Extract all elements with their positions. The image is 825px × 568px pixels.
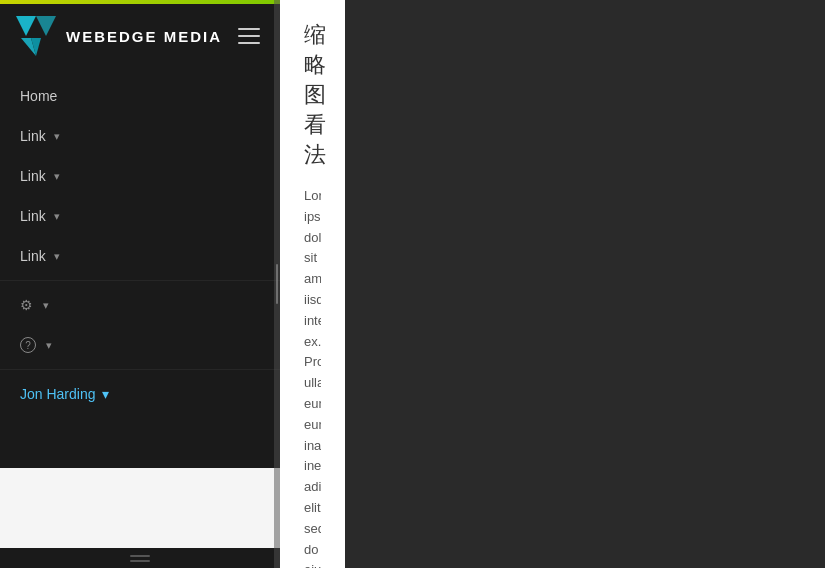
nav-divider-2 <box>0 369 280 370</box>
svg-marker-1 <box>36 16 56 36</box>
hamburger-button[interactable] <box>234 24 264 48</box>
nav-home-label: Home <box>20 88 57 104</box>
nav-item-link-4[interactable]: Link ▾ <box>0 236 280 276</box>
chevron-down-icon-user: ▾ <box>102 386 109 402</box>
nav-item-link-1[interactable]: Link ▾ <box>0 116 280 156</box>
logo-icon <box>16 16 56 56</box>
sidebar-nav: Home Link ▾ Link ▾ Link ▾ Link ▾ <box>0 68 280 468</box>
content-title: 缩略图看法 <box>304 20 321 170</box>
nav-link3-label: Link <box>20 208 46 224</box>
hamburger-line-1 <box>238 28 260 30</box>
app-container: WEBEDGE MEDIA Home Link ▾ Link ▾ <box>0 0 825 568</box>
nav-link1-label: Link <box>20 128 46 144</box>
user-name-label: Jon Harding <box>20 386 96 402</box>
nav-item-settings[interactable]: ⚙ ▾ <box>0 285 280 325</box>
chevron-down-icon-1: ▾ <box>54 130 60 143</box>
chevron-down-icon-settings: ▾ <box>43 299 49 312</box>
chevron-down-icon-3: ▾ <box>54 210 60 223</box>
bottom-bar-handle <box>130 555 150 562</box>
nav-divider-1 <box>0 280 280 281</box>
chevron-down-icon-help: ▾ <box>46 339 52 352</box>
sidebar: WEBEDGE MEDIA Home Link ▾ Link ▾ <box>0 0 280 568</box>
chevron-down-icon-2: ▾ <box>54 170 60 183</box>
right-dark-panel <box>345 0 825 568</box>
nav-item-link-2[interactable]: Link ▾ <box>0 156 280 196</box>
nav-link4-label: Link <box>20 248 46 264</box>
handle-line-2 <box>130 560 150 562</box>
svg-marker-0 <box>16 16 36 36</box>
sidebar-resize-handle[interactable] <box>274 0 280 568</box>
bottom-bar[interactable] <box>0 548 280 568</box>
user-menu-item[interactable]: Jon Harding ▾ <box>0 374 280 414</box>
content-inner: 缩略图看法 Lorem ipsum dolor sit amet, iisque… <box>280 0 345 568</box>
content-body: Lorem ipsum dolor sit amet, iisque intel… <box>304 186 321 568</box>
help-icon: ? <box>20 337 36 353</box>
nav-link2-label: Link <box>20 168 46 184</box>
nav-item-home[interactable]: Home <box>0 76 280 116</box>
chevron-down-icon-4: ▾ <box>54 250 60 263</box>
gear-icon: ⚙ <box>20 297 33 313</box>
hamburger-line-2 <box>238 35 260 37</box>
nav-item-help[interactable]: ? ▾ <box>0 325 280 365</box>
logo-text: WEBEDGE MEDIA <box>66 28 222 45</box>
hamburger-line-3 <box>238 42 260 44</box>
sidebar-header: WEBEDGE MEDIA <box>0 4 280 68</box>
logo-area: WEBEDGE MEDIA <box>16 16 222 56</box>
content-area: 缩略图看法 Lorem ipsum dolor sit amet, iisque… <box>280 0 345 568</box>
nav-item-link-3[interactable]: Link ▾ <box>0 196 280 236</box>
handle-line-1 <box>130 555 150 557</box>
